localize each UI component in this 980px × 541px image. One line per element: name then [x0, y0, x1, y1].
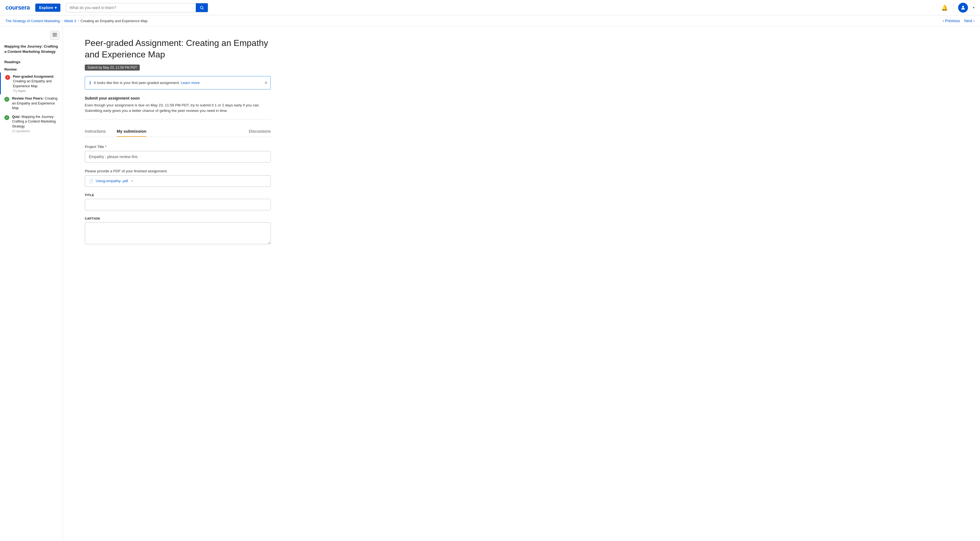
sidebar-item-sub-quiz: 11 questions [12, 129, 58, 133]
file-name-link[interactable]: Using-empathy-.pdf [96, 179, 128, 183]
tab-instructions[interactable]: Instructions [85, 126, 106, 137]
explore-button[interactable]: Explore ▾ [35, 3, 60, 12]
breadcrumb-sep-2: › [78, 19, 79, 23]
sidebar: Mapping the Journey: Crafting a Content … [0, 27, 63, 540]
info-box: ℹ It looks like this is your first peer-… [85, 76, 271, 89]
next-link[interactable]: Next › [964, 19, 975, 23]
tabs: Instructions My submission Discussions [85, 126, 271, 137]
sidebar-item-text-peer-graded: Peer-graded Assignment: Creating an Empa… [13, 75, 58, 93]
sidebar-item-sub-peer-graded: Try Again [13, 89, 58, 92]
page-title: Peer-graded Assignment: Creating an Empa… [85, 37, 271, 60]
file-remove-button[interactable]: × [130, 179, 135, 183]
content-area: Peer-graded Assignment: Creating an Empa… [63, 27, 980, 540]
due-badge: Submit by May 23, 11:59 PM PDT [85, 65, 140, 70]
sidebar-item-peer-graded[interactable]: ! Peer-graded Assignment: Creating an Em… [0, 73, 63, 95]
sidebar-section-readings: Readings [0, 58, 63, 65]
avatar[interactable] [958, 3, 968, 13]
divider [953, 3, 953, 12]
top-navigation: coursera Explore ▾ 🔔 ▾ [0, 0, 980, 15]
breadcrumb-week-link[interactable]: Week 3 [64, 19, 76, 23]
tab-my-submission[interactable]: My submission [117, 126, 146, 137]
search-button[interactable] [196, 3, 208, 12]
caption-field-label: CAPTION [85, 217, 271, 220]
success-icon-review: ✓ [5, 97, 9, 102]
learn-more-link[interactable]: Learn more [181, 81, 200, 85]
success-icon-quiz: ✓ [5, 115, 9, 120]
file-icon: 📄 [89, 179, 94, 183]
error-icon: ! [5, 75, 10, 80]
file-upload-box: 📄 Using-empathy-.pdf × [85, 175, 271, 187]
pdf-upload-label: Please provide a PDF of your finished as… [85, 169, 271, 173]
breadcrumb-navigation: ‹ Previous Next › [943, 19, 975, 23]
svg-point-2 [962, 6, 964, 8]
title-field-input[interactable] [85, 199, 271, 210]
breadcrumb-current: Creating an Empathy and Experience Map [81, 19, 148, 23]
svg-point-0 [200, 6, 203, 8]
info-text: It looks like this is your first peer-gr… [94, 81, 200, 85]
project-title-input[interactable] [85, 151, 271, 162]
sidebar-item-review-peers[interactable]: ✓ Review Your Peers: Creating an Empathy… [0, 94, 63, 113]
caption-field-group: CAPTION [85, 217, 271, 245]
breadcrumb: The Strategy of Content Marketing › Week… [5, 19, 148, 23]
info-icon: ℹ [89, 80, 91, 85]
search-input[interactable] [66, 3, 196, 12]
tab-discussions[interactable]: Discussions [249, 126, 271, 137]
svg-line-1 [203, 8, 204, 10]
info-close-button[interactable]: × [265, 80, 267, 85]
search-bar [66, 3, 208, 12]
sidebar-item-text-quiz: Quiz: Mapping the Journey: Crafting a Co… [12, 115, 58, 133]
sidebar-toggle [0, 31, 63, 43]
sidebar-module-title: Mapping the Journey: Crafting a Content … [0, 43, 63, 58]
submit-early-box: Submit your assignment soon Even though … [85, 96, 271, 119]
nav-right: 🔔 ▾ [941, 3, 975, 13]
breadcrumb-course-link[interactable]: The Strategy of Content Marketing [5, 19, 60, 23]
previous-link[interactable]: ‹ Previous [943, 19, 960, 23]
submit-early-text: Even though your assignment is due on Ma… [85, 103, 271, 114]
title-field-label: TITLE [85, 193, 271, 197]
submit-early-title: Submit your assignment soon [85, 96, 271, 100]
main-layout: Mapping the Journey: Crafting a Content … [0, 27, 980, 540]
pdf-upload-group: Please provide a PDF of your finished as… [85, 169, 271, 187]
project-title-label: Project Title * [85, 145, 271, 149]
breadcrumb-bar: The Strategy of Content Marketing › Week… [0, 15, 980, 27]
sidebar-item-text-review-peers: Review Your Peers: Creating an Empathy a… [12, 96, 58, 111]
breadcrumb-sep-1: › [62, 19, 63, 23]
caption-field-input[interactable] [85, 222, 271, 244]
sidebar-toggle-button[interactable] [50, 31, 59, 40]
sidebar-section-review: Review [0, 65, 63, 73]
title-field-group: TITLE [85, 193, 271, 210]
bell-icon[interactable]: 🔔 [941, 5, 948, 11]
project-title-group: Project Title * [85, 145, 271, 162]
profile-chevron-icon[interactable]: ▾ [973, 6, 975, 10]
coursera-logo: coursera [5, 4, 30, 11]
sidebar-item-quiz[interactable]: ✓ Quiz: Mapping the Journey: Crafting a … [0, 113, 63, 135]
